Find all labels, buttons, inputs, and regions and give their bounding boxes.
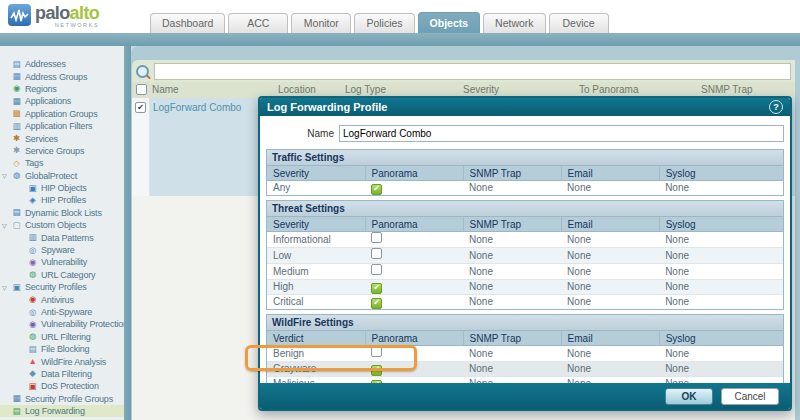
critical-email-value[interactable]: None (561, 295, 659, 310)
url-category-icon: ◍ (27, 269, 38, 280)
sidebar-item-url-category[interactable]: ◍URL Category (0, 269, 124, 281)
sidebar-item-data-patterns[interactable]: ▥Data Patterns (0, 231, 124, 243)
sidebar-item-label: Custom Objects (25, 220, 86, 230)
grayware-snmp-trap-value[interactable]: None (463, 362, 561, 377)
tab-dashboard[interactable]: Dashboard (150, 13, 225, 33)
sidebar-item-dos-protection[interactable]: ▣DoS Protection (0, 380, 124, 392)
sidebar-item-label: Vulnerability (41, 257, 87, 267)
critical-panorama-checkbox-checked[interactable]: ✔ (371, 298, 382, 309)
any-panorama-cell[interactable]: ✔ (365, 181, 463, 196)
tab-policies[interactable]: Policies (354, 13, 414, 33)
column-header-log-type[interactable]: Log Type (345, 84, 386, 95)
row-high: High✔NoneNoneNone (267, 280, 783, 295)
critical-syslog-value[interactable]: None (659, 295, 783, 310)
high-snmp-trap-value[interactable]: None (463, 280, 561, 295)
sidebar-item-applications[interactable]: ▦Applications (0, 95, 124, 107)
sidebar-item-wildfire-analysis[interactable]: ▲WildFire Analysis (0, 355, 124, 367)
sidebar-item-address-groups[interactable]: ▦Address Groups (0, 70, 124, 82)
row-critical: Critical✔NoneNoneNone (267, 295, 783, 310)
grayware-highlight-annotation (245, 345, 417, 371)
expand-triangle-icon[interactable]: ▽ (2, 172, 11, 179)
sidebar-item-application-filters[interactable]: ▥Application Filters (0, 120, 124, 132)
tab-network[interactable]: Network (483, 13, 546, 33)
grayware-email-value[interactable]: None (561, 362, 659, 377)
benign-snmp-trap-value[interactable]: None (463, 346, 561, 362)
sidebar-item-service-groups[interactable]: ✱Service Groups (0, 145, 124, 157)
sidebar-item-spyware[interactable]: ◎Spyware (0, 244, 124, 256)
sidebar-item-data-filtering[interactable]: ◆Data Filtering (0, 368, 124, 380)
any-syslog-value[interactable]: None (659, 181, 783, 196)
sidebar-item-tags[interactable]: ◇Tags (0, 157, 124, 169)
sidebar-item-security-profile-groups[interactable]: ▦Security Profile Groups (0, 393, 124, 405)
sidebar-item-custom-objects[interactable]: ▽▢Custom Objects (0, 219, 124, 231)
row-name-link[interactable]: LogForward Combo (153, 102, 241, 113)
medium-panorama-checkbox-unchecked[interactable] (371, 264, 382, 275)
sidebar-item-addresses[interactable]: ▤Addresses (0, 58, 124, 70)
benign-syslog-value[interactable]: None (659, 346, 783, 362)
column-header-email: Email (561, 217, 659, 232)
informational-snmp-trap-value[interactable]: None (463, 232, 561, 248)
critical-snmp-trap-value[interactable]: None (463, 295, 561, 310)
high-syslog-value[interactable]: None (659, 280, 783, 295)
low-email-value[interactable]: None (561, 248, 659, 264)
medium-email-value[interactable]: None (561, 264, 659, 280)
sidebar-item-antivirus[interactable]: ◉Antivirus (0, 293, 124, 305)
grayware-syslog-value[interactable]: None (659, 362, 783, 377)
tab-monitor[interactable]: Monitor (291, 13, 351, 33)
informational-panorama-cell[interactable] (365, 232, 463, 248)
high-email-value[interactable]: None (561, 280, 659, 295)
informational-email-value[interactable]: None (561, 232, 659, 248)
medium-snmp-trap-value[interactable]: None (463, 264, 561, 280)
low-panorama-checkbox-unchecked[interactable] (371, 248, 382, 259)
benign-email-value[interactable]: None (561, 346, 659, 362)
low-syslog-value[interactable]: None (659, 248, 783, 264)
row-checkbox-checked[interactable]: ✔ (135, 102, 146, 113)
critical-panorama-cell[interactable]: ✔ (365, 295, 463, 310)
sidebar-item-vulnerability[interactable]: ◉Vulnerability (0, 256, 124, 268)
any-panorama-checkbox-checked[interactable]: ✔ (371, 184, 382, 195)
profile-name-input[interactable] (339, 125, 784, 142)
column-header-panorama: Panorama (365, 166, 463, 181)
custom-objects-icon: ▢ (11, 220, 22, 231)
sidebar-item-hip-objects[interactable]: ▣HIP Objects (0, 182, 124, 194)
sidebar-item-application-groups[interactable]: ▩Application Groups (0, 108, 124, 120)
sidebar-item-label: Log Forwarding (25, 406, 85, 416)
column-header-name[interactable]: Name (152, 84, 179, 95)
column-header-severity[interactable]: Severity (463, 84, 499, 95)
sidebar-item-security-profiles[interactable]: ▽▣Security Profiles (0, 281, 124, 293)
tab-acc[interactable]: ACC (228, 13, 288, 33)
expand-triangle-icon[interactable]: ▽ (2, 222, 11, 229)
select-all-checkbox[interactable] (136, 84, 147, 95)
column-header-to-panorama[interactable]: To Panorama (579, 84, 638, 95)
column-header-snmp-trap[interactable]: SNMP Trap (701, 84, 753, 95)
expand-triangle-icon[interactable]: ▽ (2, 284, 11, 291)
sidebar-item-regions[interactable]: ◉Regions (0, 83, 124, 95)
sidebar-item-file-blocking[interactable]: ▤File Blocking (0, 343, 124, 355)
any-snmp-trap-value[interactable]: None (463, 181, 561, 196)
sidebar-item-globalprotect[interactable]: ▽◍GlobalProtect (0, 170, 124, 182)
informational-panorama-checkbox-unchecked[interactable] (371, 232, 382, 243)
cancel-button[interactable]: Cancel (721, 388, 779, 405)
sidebar-item-url-filtering[interactable]: ◍URL Filtering (0, 331, 124, 343)
sidebar-item-dynamic-block-lists[interactable]: ▤Dynamic Block Lists (0, 207, 124, 219)
search-input[interactable] (154, 63, 791, 80)
column-header-location[interactable]: Location (278, 84, 316, 95)
low-snmp-trap-value[interactable]: None (463, 248, 561, 264)
tab-device[interactable]: Device (549, 13, 609, 33)
sidebar-item-log-forwarding[interactable]: ▤Log Forwarding (0, 405, 124, 417)
ok-button[interactable]: OK (665, 388, 713, 405)
high-panorama-checkbox-checked[interactable]: ✔ (371, 283, 382, 294)
sidebar-item-hip-profiles[interactable]: ◈HIP Profiles (0, 194, 124, 206)
medium-panorama-cell[interactable] (365, 264, 463, 280)
high-panorama-cell[interactable]: ✔ (365, 280, 463, 295)
informational-syslog-value[interactable]: None (659, 232, 783, 248)
tab-objects[interactable]: Objects (418, 12, 481, 33)
any-email-value[interactable]: None (561, 181, 659, 196)
sidebar-item-vulnerability-protection[interactable]: ◉Vulnerability Protection (0, 318, 124, 330)
sidebar-item-anti-spyware[interactable]: ◎Anti-Spyware (0, 306, 124, 318)
help-icon[interactable]: ? (769, 100, 783, 114)
low-panorama-cell[interactable] (365, 248, 463, 264)
medium-syslog-value[interactable]: None (659, 264, 783, 280)
sidebar-splitter[interactable] (124, 46, 131, 420)
sidebar-item-services[interactable]: ✱Services (0, 132, 124, 144)
